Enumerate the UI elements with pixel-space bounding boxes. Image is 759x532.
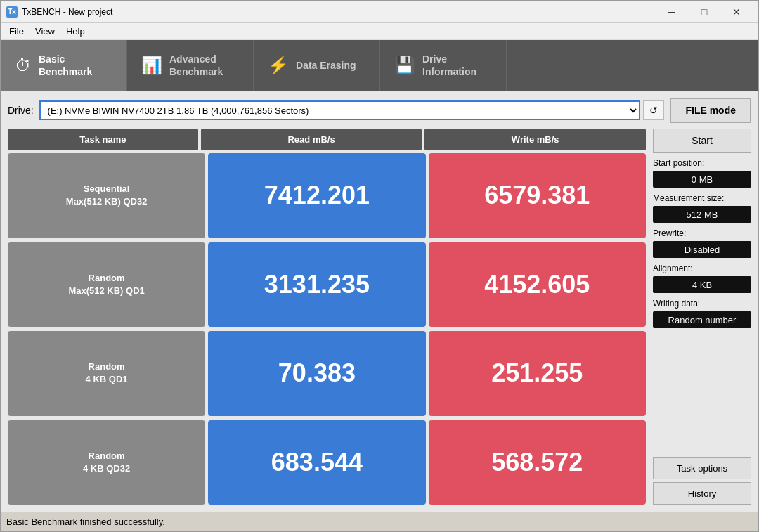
tab-basic-benchmark[interactable]: ⏱ BasicBenchmark — [1, 40, 127, 91]
tab-bar: ⏱ BasicBenchmark 📊 AdvancedBenchmark ⚡ D… — [1, 40, 758, 91]
drive-select[interactable]: (E:) NVMe BIWIN NV7400 2TB 1.86 TB (4,00… — [39, 100, 641, 120]
start-position-label: Start position: — [653, 158, 751, 168]
table-row: SequentialMax(512 KB) QD32 7412.201 6579… — [8, 153, 646, 238]
tab-advanced-benchmark[interactable]: 📊 AdvancedBenchmark — [127, 40, 254, 91]
prewrite-value: Disabled — [653, 241, 751, 258]
history-button[interactable]: History — [653, 482, 751, 505]
tab-basic-label: BasicBenchmark — [39, 53, 92, 78]
write-random-qd1-512: 4152.605 — [429, 242, 646, 327]
table-row: RandomMax(512 KB) QD1 3131.235 4152.605 — [8, 242, 646, 327]
drive-refresh-button[interactable]: ↺ — [643, 100, 664, 120]
tab-drive-label: DriveInformation — [422, 53, 476, 78]
tab-advanced-label: AdvancedBenchmark — [169, 53, 223, 78]
benchmark-main: Task name Read mB/s Write mB/s Sequentia… — [8, 129, 751, 505]
alignment-label: Alignment: — [653, 264, 751, 273]
benchmark-table: Task name Read mB/s Write mB/s Sequentia… — [8, 129, 646, 505]
read-sequential-qd32: 7412.201 — [208, 153, 425, 238]
tab-data-erasing[interactable]: ⚡ Data Erasing — [254, 40, 380, 91]
drive-row: Drive: (E:) NVMe BIWIN NV7400 2TB 1.86 T… — [8, 98, 751, 123]
close-button[interactable]: ✕ — [720, 1, 753, 23]
menu-bar: File View Help — [1, 23, 758, 40]
measurement-size-label: Measurement size: — [653, 193, 751, 203]
table-rows: SequentialMax(512 KB) QD32 7412.201 6579… — [8, 153, 646, 505]
measurement-size-value: 512 MB — [653, 206, 751, 223]
table-row: Random4 KB QD32 683.544 568.572 — [8, 420, 646, 505]
tab-drive-information[interactable]: 💾 DriveInformation — [380, 40, 507, 91]
write-random-4kb-qd1: 251.255 — [429, 331, 646, 416]
title-bar: Tx TxBENCH - New project ─ □ ✕ — [1, 1, 758, 23]
menu-file[interactable]: File — [4, 25, 30, 38]
table-row: Random4 KB QD1 70.383 251.255 — [8, 331, 646, 416]
content-area: Drive: (E:) NVMe BIWIN NV7400 2TB 1.86 T… — [1, 91, 758, 512]
status-bar: Basic Benchmark finished successfully. — [1, 512, 758, 531]
write-sequential-qd32: 6579.381 — [429, 153, 646, 238]
status-text: Basic Benchmark finished successfully. — [6, 517, 165, 527]
window-title: TxBENCH - New project — [22, 7, 656, 17]
task-sequential-qd32: SequentialMax(512 KB) QD32 — [8, 153, 205, 238]
read-random-4kb-qd32: 683.544 — [208, 420, 425, 505]
data-erasing-icon: ⚡ — [268, 56, 289, 75]
maximize-button[interactable]: □ — [688, 1, 720, 23]
writing-data-value: Random number — [653, 311, 751, 328]
advanced-benchmark-icon: 📊 — [141, 56, 162, 75]
menu-view[interactable]: View — [30, 25, 60, 38]
drive-select-container: (E:) NVMe BIWIN NV7400 2TB 1.86 TB (4,00… — [39, 100, 665, 120]
file-mode-button[interactable]: FILE mode — [670, 98, 751, 123]
drive-information-icon: 💾 — [394, 56, 415, 75]
window-controls: ─ □ ✕ — [656, 1, 753, 23]
tab-erasing-label: Data Erasing — [296, 59, 356, 72]
task-random-4kb-qd32: Random4 KB QD32 — [8, 420, 205, 505]
drive-label: Drive: — [8, 105, 34, 116]
writing-data-label: Writing data: — [653, 299, 751, 309]
main-window: Tx TxBENCH - New project ─ □ ✕ File View… — [0, 0, 759, 532]
right-panel: Start Start position: 0 MB Measurement s… — [653, 129, 751, 505]
menu-help[interactable]: Help — [60, 25, 91, 38]
basic-benchmark-icon: ⏱ — [15, 56, 32, 75]
prewrite-label: Prewrite: — [653, 228, 751, 238]
task-random-qd1-512: RandomMax(512 KB) QD1 — [8, 242, 205, 327]
write-random-4kb-qd32: 568.572 — [429, 420, 646, 505]
table-header: Task name Read mB/s Write mB/s — [8, 129, 646, 150]
header-read: Read mB/s — [201, 129, 422, 150]
app-icon: Tx — [6, 6, 18, 18]
alignment-value: 4 KB — [653, 276, 751, 293]
start-position-value: 0 MB — [653, 171, 751, 188]
task-options-button[interactable]: Task options — [653, 457, 751, 479]
read-random-4kb-qd1: 70.383 — [208, 331, 425, 416]
header-task: Task name — [8, 129, 198, 150]
header-write: Write mB/s — [424, 129, 646, 150]
start-button[interactable]: Start — [653, 129, 751, 153]
minimize-button[interactable]: ─ — [656, 1, 688, 23]
read-random-qd1-512: 3131.235 — [208, 242, 425, 327]
task-random-4kb-qd1: Random4 KB QD1 — [8, 331, 205, 416]
